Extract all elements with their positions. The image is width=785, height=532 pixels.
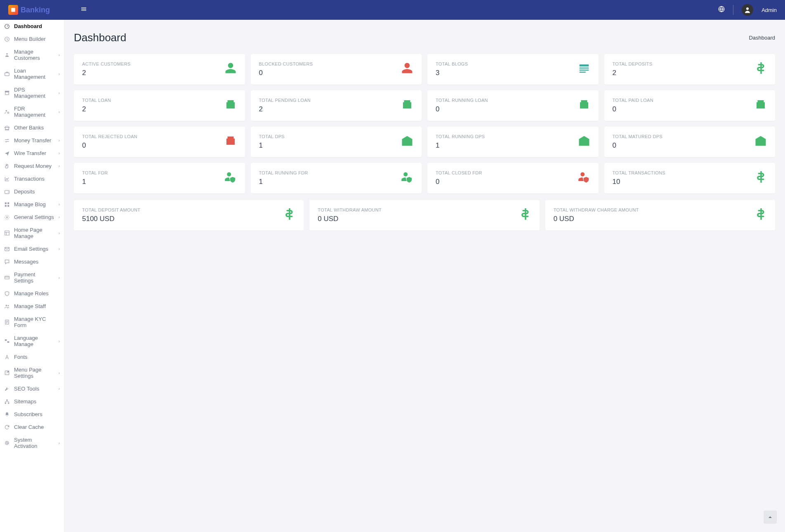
- users-icon: [4, 304, 10, 309]
- card-value: 0 USD: [554, 215, 639, 223]
- stat-card[interactable]: BLOCKED CUSTOMERS0: [251, 54, 422, 85]
- stat-card[interactable]: TOTAL WITHDRAW AMOUNT0 USD: [309, 200, 539, 231]
- sidebar-item-dashboard[interactable]: Dashboard: [0, 20, 64, 33]
- svg-rect-20: [5, 276, 9, 279]
- sidebar-item-home-page-manage[interactable]: Home Page Manage›: [0, 224, 64, 242]
- hamburger-icon[interactable]: [80, 6, 87, 14]
- scroll-top-button[interactable]: [764, 511, 777, 524]
- svg-point-12: [8, 191, 9, 192]
- chevron-right-icon: ›: [59, 202, 60, 207]
- stat-card[interactable]: TOTAL PAID LOAN0: [604, 90, 776, 121]
- sidebar-item-label: Dashboard: [14, 23, 42, 29]
- card-value: 2: [613, 69, 653, 77]
- stat-card[interactable]: TOTAL DEPOSIT AMOUNT5100 USD: [74, 200, 304, 231]
- sidebar-item-loan-management[interactable]: Loan Management›: [0, 64, 64, 83]
- sidebar-item-clear-cache[interactable]: Clear Cache: [0, 421, 64, 433]
- chevron-right-icon: ›: [59, 247, 60, 251]
- sidebar-item-other-banks[interactable]: Other Banks: [0, 121, 64, 134]
- sidebar-item-label: FDR Management: [14, 106, 54, 118]
- sidebar-item-request-money[interactable]: Request Money›: [0, 160, 64, 172]
- sidebar-item-manage-blog[interactable]: Manage Blog›: [0, 198, 64, 211]
- sidebar-item-wire-transfer[interactable]: Wire Transfer›: [0, 147, 64, 160]
- svg-rect-0: [11, 8, 15, 12]
- stat-card[interactable]: TOTAL TRANSACTIONS10: [604, 163, 776, 193]
- stat-card[interactable]: TOTAL DEPOSITS2: [604, 54, 776, 85]
- sidebar-item-manage-kyc-form[interactable]: Manage KYC Form: [0, 313, 64, 332]
- sidebar-item-label: Home Page Manage: [14, 227, 54, 239]
- avatar-icon[interactable]: [742, 4, 753, 16]
- sidebar-item-seo-tools[interactable]: SEO Tools›: [0, 382, 64, 395]
- sidebar-item-menu-builder[interactable]: Menu Builder: [0, 33, 64, 45]
- form-icon: [4, 319, 10, 325]
- sidebar-item-general-settings[interactable]: General Settings›: [0, 211, 64, 224]
- sidebar-item-money-transfer[interactable]: Money Transfer›: [0, 134, 64, 147]
- stat-card[interactable]: TOTAL RUNNING DPS1: [427, 127, 599, 157]
- stat-card[interactable]: TOTAL MATURED DPS0: [604, 127, 776, 157]
- card-info: TOTAL FDR1: [82, 170, 108, 186]
- page-title: Dashboard: [74, 31, 126, 44]
- stat-card[interactable]: TOTAL BLOGS3: [427, 54, 599, 85]
- register-icon: [224, 98, 237, 113]
- logo[interactable]: Banking: [8, 5, 72, 15]
- sidebar-item-email-settings[interactable]: Email Settings›: [0, 242, 64, 255]
- sidebar-item-label: Manage Roles: [14, 290, 49, 297]
- logo-icon: [8, 5, 18, 15]
- wallet-icon: [4, 189, 10, 195]
- sidebar-item-language-manage[interactable]: Language Manage›: [0, 332, 64, 351]
- sidebar-item-sitemaps[interactable]: Sitemaps: [0, 395, 64, 408]
- sidebar-item-transactions[interactable]: Transactions: [0, 172, 64, 185]
- stats-row-5: TOTAL DEPOSIT AMOUNT5100 USDTOTAL WITHDR…: [71, 200, 778, 231]
- sidebar-item-label: Subscribers: [14, 411, 42, 417]
- stat-card[interactable]: TOTAL CLOSED FDR0: [427, 163, 599, 193]
- briefcase-icon: [4, 71, 10, 77]
- stat-card[interactable]: ACTIVE CUSTOMERS2: [74, 54, 245, 85]
- stat-card[interactable]: TOTAL PENDING LOAN2: [251, 90, 422, 121]
- sidebar-item-dps-management[interactable]: DPS Management›: [0, 83, 64, 102]
- card-value: 2: [82, 69, 131, 77]
- register-icon: [578, 98, 590, 113]
- card-label: TOTAL PENDING LOAN: [259, 98, 311, 103]
- stat-card[interactable]: TOTAL LOAN2: [74, 90, 245, 121]
- sidebar-item-label: Manage Staff: [14, 303, 46, 309]
- stat-card[interactable]: TOTAL RUNNING FDR1: [251, 163, 422, 193]
- register-icon: [224, 134, 237, 150]
- card-value: 0: [436, 178, 482, 186]
- stats-row-4: TOTAL FDR1TOTAL RUNNING FDR1TOTAL CLOSED…: [71, 163, 778, 193]
- font-icon: [4, 354, 10, 360]
- user-name[interactable]: Admin: [761, 7, 777, 13]
- sidebar-item-manage-customers[interactable]: Manage Customers›: [0, 45, 64, 64]
- sidebar-item-payment-settings[interactable]: Payment Settings›: [0, 268, 64, 287]
- stat-card[interactable]: TOTAL DPS1: [251, 127, 422, 157]
- globe-icon[interactable]: [718, 6, 725, 14]
- sidebar-item-manage-staff[interactable]: Manage Staff: [0, 300, 64, 313]
- breadcrumb[interactable]: Dashboard: [749, 35, 775, 41]
- card-info: TOTAL DEPOSITS2: [613, 61, 653, 77]
- list-icon: [578, 62, 590, 77]
- card-value: 10: [613, 178, 665, 186]
- stat-card[interactable]: TOTAL WITHDRAW CHARGE AMOUNT0 USD: [545, 200, 775, 231]
- user-gear-icon: [4, 109, 10, 115]
- sidebar-item-messages[interactable]: Messages: [0, 255, 64, 268]
- svg-rect-15: [5, 205, 7, 207]
- stat-card[interactable]: TOTAL FDR1: [74, 163, 245, 193]
- svg-point-22: [7, 305, 9, 306]
- sidebar-item-system-activation[interactable]: System Activation›: [0, 433, 64, 452]
- card-info: TOTAL TRANSACTIONS10: [613, 170, 665, 186]
- chevron-right-icon: ›: [59, 371, 60, 375]
- stat-card[interactable]: TOTAL RUNNING LOAN0: [427, 90, 599, 121]
- dashboard-icon: [4, 24, 10, 29]
- sidebar-item-deposits[interactable]: Deposits: [0, 185, 64, 198]
- card-label: TOTAL PAID LOAN: [613, 98, 653, 103]
- refresh-icon: [4, 424, 10, 430]
- sidebar-item-manage-roles[interactable]: Manage Roles: [0, 287, 64, 300]
- card-label: TOTAL DEPOSITS: [613, 61, 653, 66]
- stat-card[interactable]: TOTAL REJECTED LOAN0: [74, 127, 245, 157]
- user-icon: [401, 62, 413, 77]
- sidebar-item-menu-page-settings[interactable]: Menu Page Settings›: [0, 363, 64, 382]
- sidebar-item-subscribers[interactable]: Subscribers: [0, 408, 64, 421]
- send-icon: [4, 151, 10, 156]
- chevron-right-icon: ›: [59, 53, 60, 57]
- card-value: 2: [82, 105, 111, 113]
- sidebar-item-fdr-management[interactable]: FDR Management›: [0, 102, 64, 121]
- sidebar-item-fonts[interactable]: Fonts: [0, 351, 64, 363]
